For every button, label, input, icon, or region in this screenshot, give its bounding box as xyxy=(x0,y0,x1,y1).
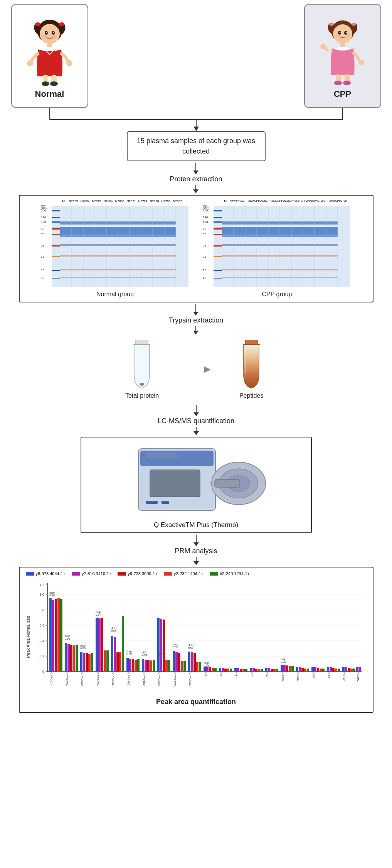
svg-rect-277 xyxy=(335,669,337,672)
svg-text:CPP2634: CPP2634 xyxy=(96,672,99,686)
sample-collection-box: 15 plasma samples of each group was coll… xyxy=(127,131,266,161)
svg-rect-170 xyxy=(67,644,70,672)
svg-text:1.2: 1.2 xyxy=(39,583,44,587)
svg-text:NE: NE xyxy=(250,672,254,677)
svg-rect-243 xyxy=(237,668,239,672)
svg-point-14 xyxy=(27,60,33,66)
svg-rect-136 xyxy=(146,501,158,504)
svg-rect-164 xyxy=(55,599,57,672)
svg-text:0.32: 0.32 xyxy=(204,664,209,667)
svg-rect-226 xyxy=(191,652,193,672)
svg-point-3 xyxy=(35,22,40,26)
svg-rect-184 xyxy=(98,618,101,672)
svg-rect-269 xyxy=(311,667,314,672)
svg-text:CPP2836: CPP2836 xyxy=(111,672,115,686)
svg-rect-245 xyxy=(242,669,245,672)
lcms-label: LC-MS/MS quantification xyxy=(158,417,234,425)
svg-rect-263 xyxy=(291,666,294,672)
chart-legend: y8-973 4044-1+ y7-810 3410-1+ y6-723 309… xyxy=(26,571,367,576)
svg-rect-239 xyxy=(224,669,227,672)
cpp-gel-panel: M CPP2614 CPP2624 CPP2628 CPP2632 CPP283… xyxy=(202,199,352,298)
svg-text:0.91: 0.91 xyxy=(188,647,193,649)
svg-rect-59 xyxy=(52,221,60,223)
svg-rect-275 xyxy=(330,667,332,672)
svg-rect-162 xyxy=(49,598,52,672)
legend-label-5: b2-249 1234-1+ xyxy=(220,571,250,576)
svg-rect-180 xyxy=(91,653,93,672)
svg-text:0.95: 0.95 xyxy=(126,653,132,655)
svg-rect-253 xyxy=(268,668,270,672)
svg-text:0.95: 0.95 xyxy=(111,630,116,632)
svg-rect-280 xyxy=(345,667,347,672)
svg-rect-246 xyxy=(245,669,247,672)
svg-rect-208 xyxy=(153,660,155,672)
svg-point-33 xyxy=(337,47,348,51)
normal-label: Normal xyxy=(35,89,64,99)
chart-box: y8-973 4044-1+ y7-810 3410-1+ y6-723 309… xyxy=(19,567,373,713)
svg-rect-260 xyxy=(283,665,286,672)
svg-rect-247 xyxy=(250,668,252,672)
svg-point-38 xyxy=(334,81,342,85)
svg-rect-61 xyxy=(52,234,60,235)
top-connector xyxy=(11,108,381,131)
cpp-group-label: CPP group xyxy=(262,291,292,298)
legend-label-4: y2-232 1404-1+ xyxy=(174,571,204,576)
svg-point-122 xyxy=(140,383,144,386)
svg-rect-264 xyxy=(296,667,298,672)
svg-text:N2834: N2834 xyxy=(281,672,284,682)
bar-chart-svg: 0 0.2 0.4 0.6 0.8 1.0 1.2 xyxy=(32,579,363,695)
svg-text:0.8: 0.8 xyxy=(39,608,44,612)
svg-rect-221 xyxy=(181,661,183,672)
svg-text:0.4: 0.4 xyxy=(39,639,44,643)
svg-rect-241 xyxy=(230,669,232,672)
svg-text:N8: N8 xyxy=(235,672,238,677)
svg-point-30 xyxy=(336,35,340,37)
svg-rect-250 xyxy=(258,669,260,672)
y-axis-label-container: Peak Area Normalized xyxy=(26,579,30,695)
peptides-tube: Peptides xyxy=(236,340,267,399)
legend-item-4: y2-232 1404-1+ xyxy=(164,571,204,576)
svg-rect-249 xyxy=(255,669,257,672)
svg-rect-121 xyxy=(136,340,148,344)
svg-rect-218 xyxy=(173,651,175,672)
svg-rect-214 xyxy=(165,660,168,672)
arrow1-head xyxy=(193,171,199,174)
protein-extraction-label: Proten extraction xyxy=(170,175,222,183)
svg-text:0.95: 0.95 xyxy=(142,654,147,656)
svg-text:N13: N13 xyxy=(327,672,331,678)
svg-rect-285 xyxy=(358,667,361,672)
svg-text:CPP2250: CPP2250 xyxy=(158,672,161,686)
svg-rect-98 xyxy=(214,228,222,230)
svg-text:N2802: N2802 xyxy=(357,672,360,682)
svg-rect-177 xyxy=(83,653,85,672)
chart-title: Peak area quantification xyxy=(26,698,367,706)
svg-rect-234 xyxy=(209,667,211,672)
svg-rect-63 xyxy=(52,256,60,257)
svg-rect-58 xyxy=(52,217,60,218)
svg-marker-44 xyxy=(193,127,199,131)
prm-label: PRM analysis xyxy=(175,547,217,555)
chart-area-wrapper: Peak Area Normalized 0 0.2 0.4 0.6 0.8 xyxy=(26,579,367,695)
normal-group-label: Normal group xyxy=(96,291,134,298)
svg-text:N2837: N2837 xyxy=(296,672,300,682)
arrow3: LC-MS/MS quantification xyxy=(158,405,234,435)
svg-rect-131 xyxy=(150,470,200,497)
svg-rect-271 xyxy=(317,668,319,672)
svg-rect-194 xyxy=(122,616,124,672)
svg-rect-279 xyxy=(342,667,345,672)
gel-electrophoresis-box: M N2763 N2834 N2773 N2804 N2833 N2831 N2… xyxy=(19,195,373,302)
legend-item-3: y6-723 3090-1+ xyxy=(118,571,157,576)
svg-text:70: 70 xyxy=(203,227,206,231)
svg-rect-166 xyxy=(60,599,62,672)
svg-text:0.96: 0.96 xyxy=(49,594,55,597)
svg-rect-99 xyxy=(214,234,222,235)
svg-rect-172 xyxy=(73,645,75,672)
svg-rect-102 xyxy=(214,270,222,271)
svg-point-39 xyxy=(343,81,351,85)
svg-rect-173 xyxy=(76,645,78,672)
svg-rect-65 xyxy=(52,278,60,279)
cpp-gel-headers: M CPP2614 CPP2624 CPP2628 CPP2632 CPP283… xyxy=(202,199,352,203)
arrow1: Proten extraction xyxy=(170,163,222,193)
svg-text:N2724: N2724 xyxy=(343,672,346,682)
peptides-tube-svg xyxy=(236,340,267,390)
